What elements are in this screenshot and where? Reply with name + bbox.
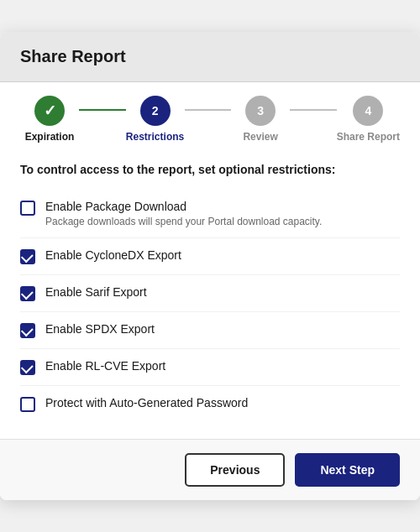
step-circle-restrictions: 2 [140, 96, 171, 126]
option-enable-spdx-export: Enable SPDX Export [20, 312, 400, 349]
step-expiration: ✓ Expiration [20, 96, 79, 143]
modal-title: Share Report [20, 47, 400, 66]
option-label-4: Enable RL-CVE Export [45, 359, 165, 373]
checkbox-protect-auto-password[interactable] [20, 397, 35, 412]
option-label-5: Protect with Auto-Generated Password [45, 396, 248, 409]
option-enable-sarif-export: Enable Sarif Export [20, 275, 400, 312]
checkbox-enable-package-download[interactable] [20, 201, 35, 216]
option-label-0: Enable Package Download [45, 200, 322, 213]
checkbox-enable-rl-cve-export[interactable] [20, 360, 35, 375]
step-circle-expiration: ✓ [34, 96, 65, 126]
previous-button[interactable]: Previous [185, 453, 285, 487]
step-number-share-report: 4 [365, 104, 371, 117]
option-content-4: Enable RL-CVE Export [45, 359, 165, 373]
modal-header: Share Report [0, 32, 420, 82]
connector-1 [79, 109, 126, 111]
modal-body: To control access to the report, set opt… [0, 146, 420, 439]
option-desc-0: Package downloads will spend your Portal… [45, 216, 322, 227]
option-content-0: Enable Package Download Package download… [45, 200, 322, 227]
step-share-report: 4 Share Report [337, 96, 400, 143]
option-enable-cyclonedx-export: Enable CycloneDX Export [20, 238, 400, 275]
option-protect-auto-password: Protect with Auto-Generated Password [20, 386, 400, 422]
option-enable-rl-cve-export: Enable RL-CVE Export [20, 349, 400, 386]
option-enable-package-download: Enable Package Download Package download… [20, 190, 400, 238]
option-label-2: Enable Sarif Export [45, 285, 147, 299]
step-circle-review: 3 [245, 96, 276, 126]
modal-footer: Previous Next Step [0, 439, 420, 500]
option-content-3: Enable SPDX Export [45, 322, 155, 336]
connector-2 [185, 109, 232, 111]
step-restrictions: 2 Restrictions [126, 96, 185, 143]
next-step-button[interactable]: Next Step [295, 453, 400, 487]
stepper: ✓ Expiration 2 Restrictions 3 Review 4 [0, 82, 420, 146]
step-circle-share-report: 4 [353, 96, 383, 126]
option-label-3: Enable SPDX Export [45, 322, 155, 336]
share-report-modal: Share Report ✓ Expiration 2 Restrictions… [0, 32, 420, 500]
option-label-1: Enable CycloneDX Export [45, 248, 181, 262]
checkmark-icon: ✓ [44, 102, 56, 120]
step-label-expiration: Expiration [25, 131, 75, 143]
checkbox-enable-spdx-export[interactable] [20, 323, 35, 338]
step-review: 3 Review [231, 96, 290, 143]
step-label-review: Review [243, 131, 277, 143]
checkbox-enable-sarif-export[interactable] [20, 286, 35, 301]
option-content-1: Enable CycloneDX Export [45, 248, 181, 262]
option-content-2: Enable Sarif Export [45, 285, 147, 299]
checkbox-enable-cyclonedx-export[interactable] [20, 249, 35, 264]
step-label-restrictions: Restrictions [126, 131, 184, 143]
step-number-review: 3 [257, 104, 264, 117]
section-title: To control access to the report, set opt… [20, 163, 400, 176]
step-label-share-report: Share Report [337, 131, 400, 143]
connector-3 [290, 109, 337, 111]
step-number-restrictions: 2 [152, 104, 159, 117]
option-content-5: Protect with Auto-Generated Password [45, 396, 248, 409]
